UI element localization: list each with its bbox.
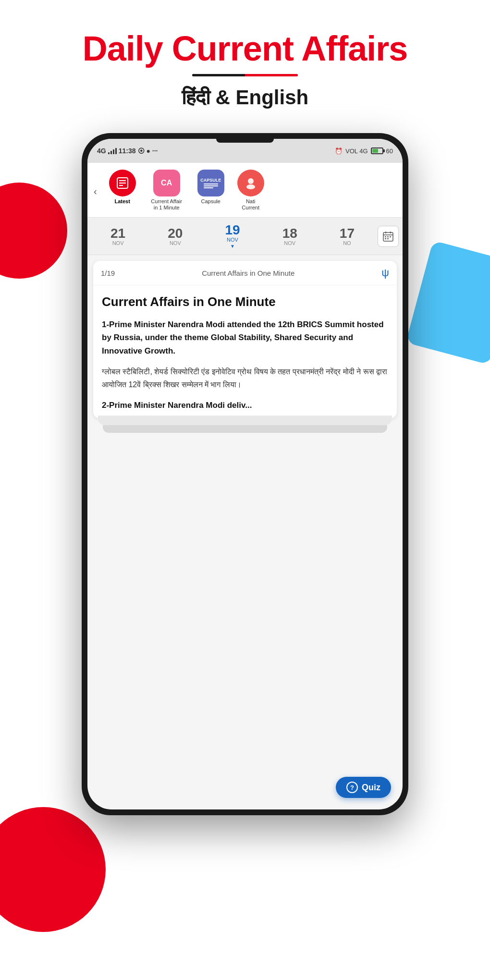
- tab-ca[interactable]: CA Current Affairin 1 Minute: [145, 168, 188, 215]
- battery-icon: [371, 147, 383, 154]
- date-number-21: 21: [110, 227, 125, 240]
- calendar-button[interactable]: [378, 226, 399, 247]
- quiz-button[interactable]: ? Quiz: [336, 777, 391, 798]
- date-20[interactable]: 20 NOV: [147, 225, 204, 248]
- status-right: ⏰ VOL 4G 60: [335, 147, 393, 155]
- signal-bar-1: [108, 152, 110, 154]
- svg-rect-13: [385, 238, 386, 239]
- date-number-20: 20: [168, 227, 183, 240]
- card-logo: ψ: [381, 267, 389, 279]
- svg-rect-10: [385, 236, 386, 237]
- signal-bar-2: [110, 151, 112, 154]
- signal-bar-4: [115, 148, 117, 154]
- date-number-18: 18: [282, 227, 297, 240]
- date-number-19: 19: [225, 223, 240, 237]
- subtitle-ampersand: &: [215, 86, 230, 109]
- card-header-title: Current Affairs in One Minute: [202, 269, 294, 277]
- card-hindi-text: ग्लोबल स्टैबिलिटी, शेयर्ड सिक्योरिटी एंड…: [102, 365, 388, 391]
- status-time: 11:38: [119, 147, 136, 155]
- alarm-icon: ⏰: [335, 147, 343, 155]
- date-month-19: NOV: [227, 237, 238, 243]
- svg-rect-12: [390, 236, 391, 237]
- tabs-scroll: Latest CA Current Affairin 1 Minute CAPS…: [101, 168, 400, 215]
- date-number-17: 17: [340, 227, 355, 240]
- signal-bar-3: [113, 149, 114, 154]
- date-active-arrow: ▼: [230, 244, 235, 249]
- phone-container: 4G 11:38 ⦿ ● ··· ⏰ VOL 4G: [0, 133, 490, 815]
- tab-icon-latest: [109, 170, 136, 196]
- card-header: 1/19 Current Affairs in One Minute ψ: [93, 261, 397, 285]
- tab-latest[interactable]: Latest: [101, 168, 144, 208]
- date-18[interactable]: 18 NOV: [261, 225, 318, 248]
- tab-icon-ca: CA: [153, 170, 180, 196]
- tab-capsule[interactable]: CAPSULE Capsule: [189, 168, 233, 208]
- card-main-title: Current Affairs in One Minute: [102, 294, 388, 310]
- phone-mockup: 4G 11:38 ⦿ ● ··· ⏰ VOL 4G: [82, 133, 408, 815]
- quiz-icon: ?: [346, 782, 358, 793]
- content-area: 1/19 Current Affairs in One Minute ψ Cur…: [87, 255, 403, 439]
- date-month-21: NOV: [112, 240, 124, 246]
- date-19[interactable]: 19 NOV ▼: [204, 221, 261, 251]
- battery-fill: [372, 149, 378, 153]
- date-month-20: NOV: [170, 240, 181, 246]
- vol-text: VOL 4G: [345, 147, 368, 155]
- network-type: 4G: [97, 147, 106, 155]
- card-body: Current Affairs in One Minute 1-Prime Mi…: [93, 285, 397, 418]
- svg-point-4: [248, 178, 254, 184]
- status-left: 4G 11:38 ⦿ ● ···: [97, 147, 158, 155]
- date-strip: 21 NOV 20 NOV 19 NOV ▼ 18 NOV 17: [87, 218, 403, 255]
- date-month-17: NO: [343, 240, 351, 246]
- card-english-point2: 2-Prime Minister Narendra Modi deliv...: [102, 399, 388, 412]
- national-icon-svg: [244, 176, 257, 190]
- status-icons: ⦿ ● ···: [138, 147, 158, 155]
- tab-icon-capsule: CAPSULE: [197, 170, 224, 196]
- tab-label-capsule: Capsule: [201, 198, 220, 205]
- card-behind-1: [98, 416, 392, 425]
- card-english-point1: 1-Prime Minister Narendra Modi attended …: [102, 318, 388, 357]
- svg-rect-14: [387, 238, 389, 239]
- date-17[interactable]: 17 NO: [318, 225, 376, 248]
- svg-rect-11: [387, 236, 389, 237]
- tab-national[interactable]: NatiCurrent: [233, 168, 268, 215]
- subtitle: हिंदी & English: [0, 86, 490, 109]
- card-stack: [93, 416, 397, 433]
- page-header: Daily Current Affairs हिंदी & English: [0, 0, 490, 123]
- card-behind-2: [103, 425, 387, 433]
- phone-notch: [216, 139, 274, 143]
- calendar-icon-svg: [382, 231, 394, 242]
- signal-bars: [108, 147, 117, 154]
- svg-point-5: [246, 184, 255, 189]
- nav-tabs: ‹ Latest: [87, 163, 403, 218]
- phone-screen: 4G 11:38 ⦿ ● ··· ⏰ VOL 4G: [87, 139, 403, 809]
- subtitle-hindi: हिंदी: [182, 86, 210, 109]
- quiz-label: Quiz: [362, 783, 380, 793]
- card-page-num: 1/19: [101, 269, 115, 277]
- tab-label-national: NatiCurrent: [242, 198, 259, 211]
- back-button[interactable]: ‹: [90, 186, 101, 197]
- date-21[interactable]: 21 NOV: [89, 225, 147, 248]
- battery-percent: 60: [386, 147, 393, 155]
- main-card: 1/19 Current Affairs in One Minute ψ Cur…: [93, 261, 397, 418]
- main-title: Daily Current Affairs: [0, 29, 490, 68]
- tab-label-ca: Current Affairin 1 Minute: [151, 198, 182, 211]
- tab-label-latest: Latest: [114, 198, 130, 205]
- subtitle-english: English: [236, 86, 309, 109]
- bg-decoration-red-bottom: [0, 807, 106, 932]
- latest-icon-svg: [115, 176, 130, 190]
- date-month-18: NOV: [284, 240, 295, 246]
- title-underline: [192, 74, 298, 76]
- tab-icon-national: [237, 170, 264, 196]
